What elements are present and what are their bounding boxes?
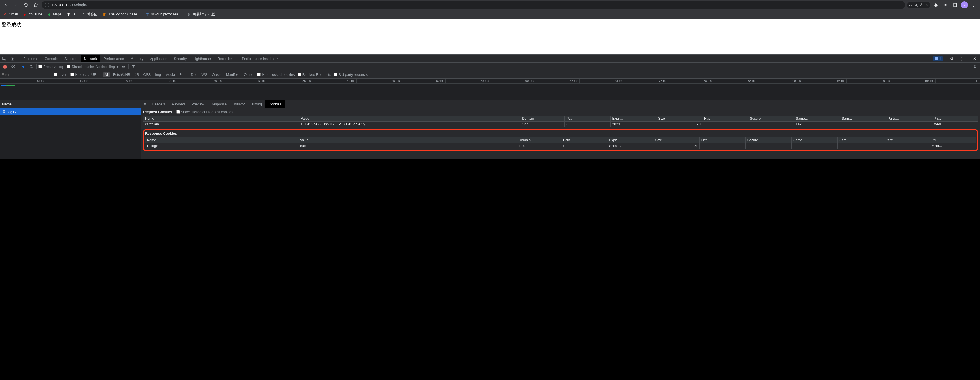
cookie-col-header[interactable]: Expir… [611, 116, 656, 122]
detail-tab-initiator[interactable]: Initiator [230, 100, 248, 108]
devtools-tab-elements[interactable]: Elements [20, 55, 41, 62]
cookie-col-header[interactable]: Size [656, 116, 702, 122]
show-filtered-checkbox[interactable]: show filtered out request cookies [176, 110, 233, 114]
cookie-col-header[interactable]: Pri… [930, 137, 975, 143]
detail-tab-timing[interactable]: Timing [248, 100, 266, 108]
type-filter-all[interactable]: All [103, 72, 110, 77]
type-filter-manifest[interactable]: Manifest [224, 72, 241, 77]
close-details-icon[interactable]: ✕ [141, 100, 149, 108]
invert-checkbox[interactable]: Invert [54, 73, 68, 77]
type-filter-other[interactable]: Other [242, 72, 255, 77]
star-icon[interactable]: ☆ [925, 3, 929, 7]
cookie-col-header[interactable]: Domain [520, 116, 565, 122]
zoom-icon[interactable] [914, 3, 918, 7]
has-blocked-cookies-checkbox[interactable]: Has blocked cookies [257, 73, 294, 77]
type-filter-ws[interactable]: WS [200, 72, 209, 77]
cookie-col-header[interactable]: Path [561, 137, 607, 143]
issues-badge[interactable]: 1 [933, 56, 943, 61]
devtools-tab-application[interactable]: Application [147, 55, 171, 62]
cookie-col-header[interactable]: Pri… [932, 116, 978, 122]
detail-tab-response[interactable]: Response [207, 100, 230, 108]
cookie-col-header[interactable]: Http… [702, 116, 748, 122]
type-filter-css[interactable]: CSS [142, 72, 153, 77]
cookie-col-header[interactable]: Value [298, 137, 517, 143]
type-filter-wasm[interactable]: Wasm [210, 72, 223, 77]
url-bar[interactable]: i 127.0.0.1:8003/login/ [41, 1, 905, 9]
record-button[interactable] [2, 64, 8, 70]
search-icon[interactable] [28, 64, 35, 70]
preserve-log-checkbox[interactable]: Preserve log [38, 65, 63, 69]
element-picker-icon[interactable] [0, 55, 8, 62]
reload-button[interactable] [22, 1, 30, 9]
cookie-col-header[interactable]: Name [145, 137, 298, 143]
devtools-settings-icon[interactable]: ⚙ [947, 54, 956, 63]
cookie-col-header[interactable]: Domain [517, 137, 561, 143]
type-filter-js[interactable]: JS [133, 72, 140, 77]
bookmark-item[interactable]: ▶YouTube [23, 12, 42, 16]
filter-toggle-icon[interactable] [20, 64, 27, 70]
request-list-header[interactable]: Name [0, 100, 141, 108]
throttling-select[interactable]: No throttling▾ [96, 65, 119, 69]
devtools-dock-icon[interactable] [951, 0, 960, 9]
devtools-tab-memory[interactable]: Memory [127, 55, 147, 62]
bookmark-item[interactable]: ⟟博客园 [81, 12, 98, 17]
type-filter-font[interactable]: Font [178, 72, 188, 77]
devtools-tab-performance[interactable]: Performance [100, 55, 127, 62]
devtools-tab-network[interactable]: Network [81, 55, 100, 62]
devtools-tab-security[interactable]: Security [170, 55, 190, 62]
devtools-close-icon[interactable]: ✕ [970, 54, 979, 63]
type-filter-doc[interactable]: Doc [189, 72, 199, 77]
cookie-col-header[interactable]: Size [654, 137, 699, 143]
bookmark-item[interactable]: ◧The Python Challe… [103, 12, 140, 16]
cookie-col-header[interactable]: Name [143, 116, 299, 122]
type-filter-media[interactable]: Media [164, 72, 177, 77]
type-filter-fetchxhr[interactable]: Fetch/XHR [111, 72, 132, 77]
filter-input[interactable] [2, 73, 51, 77]
cookie-col-header[interactable]: Http… [699, 137, 745, 143]
cookie-col-header[interactable]: Path [565, 116, 611, 122]
hide-data-urls-checkbox[interactable]: Hide data URLs [70, 73, 100, 77]
cookie-col-header[interactable]: Secure [745, 137, 791, 143]
site-info-icon[interactable]: i [45, 3, 49, 7]
bookmark-item[interactable]: ✱56 [66, 12, 76, 16]
detail-tab-preview[interactable]: Preview [188, 100, 207, 108]
bookmark-item[interactable]: ◫sci-hub proxy sea… [145, 12, 181, 16]
cookie-row[interactable]: csrftokensu1NCVneXKjBhp3LkELPj07TN4Joh2C… [143, 122, 978, 127]
devtools-tab-lighthouse[interactable]: Lighthouse [190, 55, 214, 62]
cookie-col-header[interactable]: Same… [792, 137, 838, 143]
devtools-tab-sources[interactable]: Sources [61, 55, 81, 62]
cookie-col-header[interactable]: Secure [748, 116, 794, 122]
cookie-row[interactable]: is_logintrue127.…/Sessi…21Medi… [145, 143, 976, 149]
devtools-tab-performance-insights[interactable]: Performance insights▲ [239, 55, 282, 62]
cookie-col-header[interactable]: Partit… [884, 137, 930, 143]
reader-icon[interactable]: ≡ [941, 0, 950, 9]
detail-tab-cookies[interactable]: Cookies [265, 100, 285, 108]
bookmark-item[interactable]: MGmail [3, 12, 18, 16]
timeline-overview[interactable]: 5 ms10 ms15 ms20 ms25 ms30 ms35 ms40 ms4… [0, 79, 980, 100]
cookie-col-header[interactable]: Sam… [838, 137, 884, 143]
share-icon[interactable] [920, 3, 924, 7]
device-toggle-icon[interactable] [8, 55, 16, 62]
cookie-col-header[interactable]: Partit… [886, 116, 932, 122]
third-party-checkbox[interactable]: 3rd-party requests [334, 73, 368, 77]
disable-cache-checkbox[interactable]: Disable cache [67, 65, 94, 69]
profile-avatar[interactable]: Y [961, 2, 968, 8]
cookie-col-header[interactable]: Same… [794, 116, 840, 122]
cookie-col-header[interactable]: Value [299, 116, 520, 122]
bookmark-item[interactable]: ⊕网易邮箱6.0版 [186, 12, 215, 17]
back-button[interactable] [2, 1, 10, 9]
type-filter-img[interactable]: Img [153, 72, 162, 77]
detail-tab-payload[interactable]: Payload [169, 100, 188, 108]
extensions-icon[interactable] [931, 0, 940, 9]
devtools-tab-recorder[interactable]: Recorder▲ [214, 55, 239, 62]
blocked-requests-checkbox[interactable]: Blocked Requests [298, 73, 331, 77]
network-settings-icon[interactable]: ⚙ [972, 64, 978, 70]
detail-tab-headers[interactable]: Headers [149, 100, 169, 108]
cookie-col-header[interactable]: Expir… [608, 137, 654, 143]
devtools-tab-console[interactable]: Console [41, 55, 61, 62]
key-icon[interactable]: ⊶ [909, 3, 912, 7]
import-icon[interactable] [130, 64, 137, 70]
cookie-col-header[interactable]: Sam… [840, 116, 886, 122]
request-row[interactable]: login/ [0, 108, 141, 115]
clear-button[interactable] [10, 64, 16, 70]
